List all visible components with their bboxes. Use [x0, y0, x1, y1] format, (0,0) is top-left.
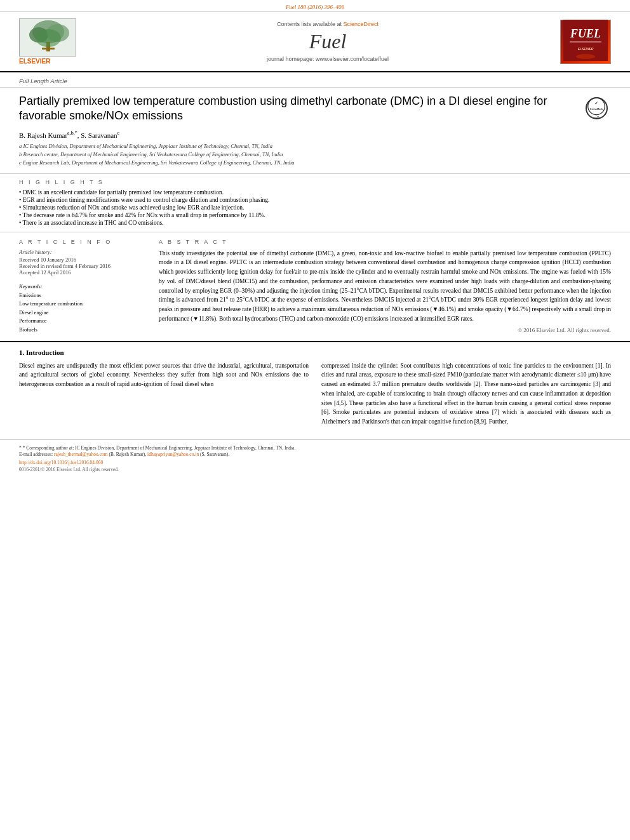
- svg-point-6: [36, 29, 61, 47]
- authors-line: B. Rajesh Kumara,b,*, S. Saravananc: [19, 130, 579, 139]
- page-footer: * * Corresponding author at: IC Engines …: [0, 439, 630, 477]
- highlight-item: The decrease rate is 64.7% for smoke and…: [19, 211, 611, 219]
- article-history: Article history: Received 10 January 201…: [19, 249, 146, 276]
- keyword-emissions: Emissions: [19, 291, 146, 300]
- article-type-label: Full Length Article: [19, 77, 67, 84]
- abstract-col: A B S T R A C T This study investigates …: [159, 239, 611, 335]
- journal-header: ELSEVIER Contents lists available at Sci…: [0, 12, 630, 72]
- history-label: Article history:: [19, 249, 146, 255]
- abstract-header: A B S T R A C T: [159, 239, 611, 245]
- email2-author: (S. Saravanan).: [200, 451, 229, 457]
- highlights-list: DMC is an excellent candidate for partia…: [19, 189, 611, 227]
- affiliations: a IC Engines Division, Department of Mec…: [19, 142, 579, 166]
- crossmark-area: ✓ CrossMark CrossMark: [586, 97, 611, 119]
- journal-top-bar: Fuel 180 (2016) 396–406: [0, 0, 630, 12]
- email-line: E-mail addresses: rajesh_thermal@yahoo.c…: [19, 451, 611, 458]
- article-info-col: A R T I C L E I N F O Article history: R…: [19, 239, 146, 335]
- received-revised-date: Received in revised form 4 February 2016: [19, 263, 146, 269]
- body-right-col: compressed inside the cylinder. Soot con…: [321, 361, 611, 427]
- journal-homepage: journal homepage: www.elsevier.com/locat…: [102, 56, 554, 62]
- author1-superscript: a,b,*: [67, 130, 77, 136]
- keywords-label: Keywords:: [19, 283, 146, 290]
- sciencedirect-link[interactable]: ScienceDirect: [344, 21, 379, 27]
- info-abstract-section: A R T I C L E I N F O Article history: R…: [0, 232, 630, 342]
- author1-name: B. Rajesh Kumar: [19, 131, 67, 138]
- highlight-item: EGR and injection timing modifications w…: [19, 196, 611, 204]
- affiliation-a: a IC Engines Division, Department of Mec…: [19, 142, 579, 150]
- section1-title: 1. Introduction: [19, 349, 611, 356]
- svg-text:CrossMark: CrossMark: [590, 107, 603, 110]
- title-section: Partially premixed low temperature combu…: [0, 88, 630, 174]
- keyword-biofuels: Biofuels: [19, 326, 146, 335]
- highlight-item: Simultaneous reduction of NOx and smoke …: [19, 204, 611, 211]
- received-date: Received 10 January 2016: [19, 257, 146, 263]
- svg-text:CrossMark: CrossMark: [591, 116, 602, 119]
- fuel-logo-text: FUEL ELSEVIER: [563, 20, 608, 63]
- affiliation-b: b Research centre, Department of Mechani…: [19, 150, 579, 159]
- body-two-col: Diesel engines are undisputedly the most…: [19, 361, 611, 427]
- highlights-section: H I G H L I G H T S DMC is an excellent …: [0, 174, 630, 232]
- body-content: 1. Introduction Diesel engines are undis…: [0, 342, 630, 433]
- email1[interactable]: rajesh_thermal@yahoo.com: [54, 451, 108, 457]
- highlights-header: H I G H L I G H T S: [19, 179, 611, 185]
- fuel-logo: FUEL ELSEVIER: [560, 20, 611, 64]
- author2-name: S. Saravanan: [81, 131, 117, 138]
- keyword-diesel: Diesel engine: [19, 309, 146, 317]
- intro-right-text: compressed inside the cylinder. Soot con…: [321, 361, 611, 427]
- article-info-header: A R T I C L E I N F O: [19, 239, 146, 245]
- sciencedirect-text: Contents lists available at ScienceDirec…: [102, 21, 554, 27]
- journal-center: Contents lists available at ScienceDirec…: [102, 21, 554, 62]
- copyright-footer: 0016-2361/© 2016 Elsevier Ltd. All right…: [19, 467, 611, 472]
- abstract-text: This study investigates the potential us…: [159, 249, 611, 324]
- email1-author: (B. Rajesh Kumar),: [109, 451, 146, 457]
- svg-text:✓: ✓: [594, 100, 598, 105]
- journal-name: Fuel: [102, 30, 554, 53]
- email2[interactable]: idhayapriyan@yahoo.co.in: [147, 451, 199, 457]
- accepted-date: Accepted 12 April 2016: [19, 269, 146, 276]
- abstract-copyright: © 2016 Elsevier Ltd. All rights reserved…: [159, 327, 611, 333]
- intro-left-text: Diesel engines are undisputedly the most…: [19, 361, 309, 389]
- keyword-ltc: Low temperature combustion: [19, 300, 146, 309]
- author2-superscript: c: [117, 130, 120, 136]
- keyword-performance: Performance: [19, 317, 146, 326]
- svg-point-11: [576, 54, 595, 59]
- title-area: Partially premixed low temperature combu…: [19, 94, 579, 167]
- affiliation-c: c Engine Research Lab, Department of Mec…: [19, 159, 579, 167]
- highlight-item: There is an associated increase in THC a…: [19, 219, 611, 227]
- article-title: Partially premixed low temperature combu…: [19, 94, 579, 124]
- article-type-section: Full Length Article: [0, 72, 630, 88]
- email-label: E-mail addresses:: [19, 451, 53, 457]
- elsevier-logo: ELSEVIER: [19, 18, 95, 65]
- elsevier-wordmark: ELSEVIER: [19, 58, 95, 65]
- svg-text:FUEL: FUEL: [570, 27, 601, 40]
- journal-citation: Fuel 180 (2016) 396–406: [286, 4, 344, 10]
- footnote-star: * * Corresponding author at: IC Engines …: [19, 445, 611, 452]
- keywords-section: Keywords: Emissions Low temperature comb…: [19, 283, 146, 335]
- crossmark-icon: ✓ CrossMark CrossMark: [586, 97, 608, 119]
- elsevier-tree-image: [19, 18, 76, 57]
- svg-rect-5: [42, 48, 55, 50]
- svg-text:ELSEVIER: ELSEVIER: [578, 47, 594, 51]
- body-left-col: Diesel engines are undisputedly the most…: [19, 361, 309, 427]
- doi-line[interactable]: http://dx.doi.org/10.1016/j.fuel.2016.04…: [19, 460, 611, 465]
- highlight-item: DMC is an excellent candidate for partia…: [19, 189, 611, 196]
